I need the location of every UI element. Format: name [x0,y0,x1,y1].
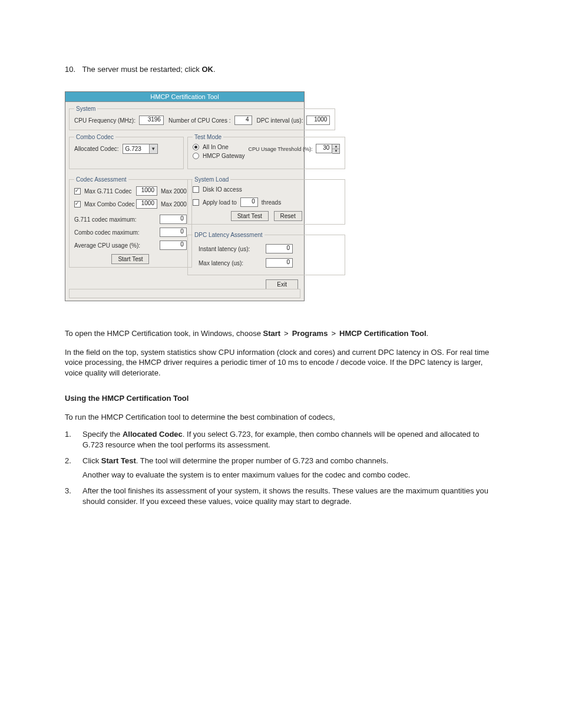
gt-2: > [328,329,339,338]
apply-load-label-pre: Apply load to [203,199,237,206]
combo-max-label: Combo codec maximum: [74,229,140,236]
dpc-interval-label: DPC interval (us): [257,117,303,124]
allocated-codec-value: G.723 [125,146,141,152]
intro-line: To run the HMCP Certification tool to de… [65,412,497,423]
step-10-line: 10. The server must be restarted; click … [65,65,497,74]
max-g711-field[interactable]: 1000 [136,186,157,196]
spinner-down-icon[interactable]: ▼ [332,149,339,153]
max-combo-checkbox[interactable] [74,201,81,207]
step-2-number: 2. [65,456,82,480]
open-tool-line: To open the HMCP Certification took, in … [65,328,497,339]
step-2: 2. Click Start Test. The tool will deter… [65,456,497,480]
all-in-one-label: All In One [203,144,229,150]
spinner-up-icon[interactable]: ▲ [332,144,339,149]
open-tool-post: . [427,329,429,338]
max-combo-label: Max Combo Codec [84,201,133,207]
step-2-pre: Click [82,456,101,465]
max-combo-hint: Max 2000 [161,201,187,207]
hmcp-gateway-label: HMCP Gateway [203,153,245,159]
sysload-reset-button[interactable]: Reset [274,211,302,221]
max-g711-label: Max G.711 Codec [84,188,133,195]
combo-max-field: 0 [160,228,187,237]
step-3-number: 3. [65,486,82,506]
test-mode-legend: Test Mode [193,134,223,140]
apply-load-label-post: threads [262,199,281,206]
step-2-bold: Start Test [101,456,136,465]
cpu-freq-label: CPU Frequency (MHz): [74,117,135,124]
apply-load-field[interactable]: 0 [240,197,258,207]
combo-codec-group: Combo Codec Allocated Codec: G.723 ▼ [69,134,184,169]
cpu-threshold-spinner[interactable]: 30 ▲ ▼ [316,144,340,154]
allocated-codec-label: Allocated Codec: [74,146,119,152]
window-title: HMCP Certification Tool [65,92,304,102]
step-1-number: 1. [65,429,82,450]
system-group: System CPU Frequency (MHz): 3196 Number … [69,106,335,130]
apply-load-checkbox[interactable] [193,199,199,206]
open-tool-pre: To open the HMCP Certification took, in … [65,329,263,338]
cpu-threshold-label: CPU Usage Threshold (%): [249,146,313,152]
step-10-text-post: . [213,65,216,74]
step-10-number: 10. [65,65,80,74]
gt-1: > [280,329,292,338]
codec-assessment-group: Codec Assessment Max G.711 Codec 1000 Ma… [69,176,192,268]
hmcp-gateway-radio[interactable] [193,153,199,159]
dpc-latency-group: DPC Latency Assessment Instant latency (… [187,232,345,275]
open-b1: Start [263,329,280,338]
steps-list: 1. Specify the Allocated Codec. If you s… [65,429,497,506]
step-2-sub: Another way to evaluate the system is to… [82,470,497,480]
disk-io-checkbox[interactable] [193,186,199,193]
avg-cpu-field: 0 [160,241,187,250]
instant-latency-field: 0 [266,244,293,253]
codec-assessment-legend: Codec Assessment [74,176,128,183]
instant-latency-label: Instant latency (us): [199,246,257,252]
test-mode-group: Test Mode All In One HMCP Gateway [187,134,345,169]
max-combo-field[interactable]: 1000 [136,199,157,209]
g711-max-label: G.711 codec maximum: [74,216,137,223]
system-load-legend: System Load [193,176,230,183]
step-2-post: . The tool will determine the proper num… [136,456,388,465]
hmcp-window: HMCP Certification Tool System CPU Frequ… [65,91,305,301]
exit-button[interactable]: Exit [266,279,298,289]
status-bar [69,289,300,298]
cpu-cores-field[interactable]: 4 [234,116,252,125]
step-3-text: After the tool finishes its assessment o… [82,486,497,506]
codec-start-test-button[interactable]: Start Test [111,254,149,264]
combo-codec-legend: Combo Codec [74,134,115,140]
disk-io-label: Disk IO access [203,186,242,193]
cpu-freq-field[interactable]: 3196 [139,116,164,125]
open-b3: HMCP Certification Tool [339,329,427,338]
max-g711-hint: Max 2000 [161,188,187,195]
step-1-bold: Allocated Codec [123,430,183,439]
g711-max-field: 0 [160,215,187,224]
cpu-threshold-value[interactable]: 30 [316,144,332,153]
step-3: 3. After the tool finishes its assessmen… [65,486,497,506]
dpc-latency-legend: DPC Latency Assessment [193,232,265,238]
step-10-bold: OK [201,65,213,74]
dpc-interval-field[interactable]: 1000 [306,116,330,125]
max-latency-label: Max latency (us): [199,260,257,266]
step-10-text-pre: The server must be restarted; click [82,65,201,74]
max-g711-checkbox[interactable] [74,188,81,195]
sysload-start-test-button[interactable]: Start Test [231,211,269,221]
heading-using-tool: Using the HMCP Certification Tool [65,393,497,404]
allocated-codec-dropdown[interactable]: G.723 ▼ [123,144,158,154]
max-latency-field: 0 [266,258,293,268]
chevron-down-icon[interactable]: ▼ [149,144,157,153]
system-legend: System [74,106,97,112]
system-load-group: System Load Disk IO access Apply load to… [187,176,345,225]
avg-cpu-label: Average CPU usage (%): [74,242,140,249]
paragraph-system-stats: In the field on the top, system statisti… [65,347,497,378]
all-in-one-radio[interactable] [193,144,199,150]
step-1: 1. Specify the Allocated Codec. If you s… [65,429,497,450]
cpu-cores-label: Number of CPU Cores : [168,117,231,124]
step-1-pre: Specify the [82,430,123,439]
open-b2: Programs [292,329,328,338]
